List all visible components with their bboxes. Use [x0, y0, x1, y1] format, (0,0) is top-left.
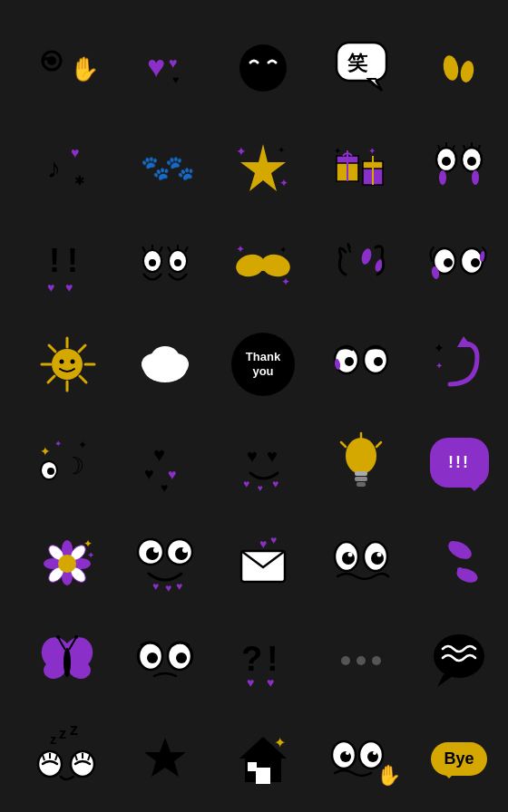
svg-rect-183 [256, 768, 270, 784]
svg-text:✦: ✦ [278, 145, 285, 155]
emoji-r8c1[interactable]: z z z [18, 710, 116, 808]
svg-point-53 [174, 259, 181, 266]
svg-rect-184 [248, 762, 257, 771]
emoji-r7c3[interactable]: ? ! ♥ ♥ [214, 611, 312, 710]
svg-text:♥: ♥ [47, 280, 54, 295]
emoji-r7c2[interactable] [116, 611, 214, 710]
svg-text:♥: ♥ [165, 582, 171, 594]
emoji-r7c1[interactable] [18, 611, 116, 710]
emoji-r5c2[interactable]: ♥ ♥ ♥ ♥ [116, 413, 214, 512]
svg-point-129 [153, 547, 159, 553]
emoji-r4c4[interactable] [312, 314, 410, 413]
emoji-r4c5[interactable]: ✦ ✦ [410, 314, 508, 413]
svg-text:z: z [70, 720, 78, 739]
svg-text:♥: ♥ [168, 467, 177, 482]
emoji-r1c2[interactable]: ♥ ♥ ♥ [116, 18, 214, 117]
emoji-r8c2[interactable] [116, 710, 214, 808]
thankyou-bubble: Thank you [231, 333, 295, 396]
svg-point-141 [347, 553, 352, 557]
emoji-r4c1[interactable] [18, 314, 116, 413]
purple-speech-bubble: !!! [430, 438, 489, 488]
svg-point-87 [345, 357, 354, 366]
svg-marker-168 [437, 674, 453, 687]
emoji-r3c1[interactable]: ! ! ♥ ♥ [18, 216, 116, 314]
svg-text:♥: ♥ [169, 55, 178, 71]
emoji-r1c4[interactable]: 笑 [312, 18, 410, 117]
svg-line-75 [49, 345, 55, 352]
svg-text:✋: ✋ [70, 54, 100, 83]
emoji-r6c1[interactable]: ✦ ✦ [18, 512, 116, 611]
emoji-r4c2[interactable] [116, 314, 214, 413]
svg-line-35 [453, 145, 454, 150]
emoji-r3c4[interactable] [312, 216, 410, 314]
svg-point-145 [444, 537, 474, 563]
svg-point-166 [372, 656, 381, 665]
emoji-r8c4[interactable]: ✋ [312, 710, 410, 808]
svg-text:!: ! [49, 242, 60, 279]
svg-text:✦: ✦ [236, 144, 247, 159]
emoji-r3c2[interactable] [116, 216, 214, 314]
svg-text:z: z [59, 726, 66, 741]
svg-point-59 [258, 260, 269, 271]
emoji-r1c3[interactable] [214, 18, 312, 117]
emoji-r6c5[interactable] [410, 512, 508, 611]
emoji-grid: ✋ ♥ ♥ ♥ [9, 9, 499, 803]
svg-text:♥: ♥ [272, 478, 278, 490]
emoji-r6c2[interactable]: ♥ ♥ ♥ [116, 512, 214, 611]
svg-text:✦: ✦ [434, 341, 444, 355]
svg-line-56 [185, 246, 188, 252]
svg-point-6 [239, 44, 287, 92]
emoji-r3c5[interactable] [410, 216, 508, 314]
svg-text:z: z [50, 732, 56, 747]
emoji-r5c3[interactable]: ♥ ♥ ♥ ♥ ♥ [214, 413, 312, 512]
emoji-r2c4[interactable]: ✦ ✦ [312, 117, 410, 216]
svg-point-155 [74, 635, 78, 639]
svg-text:♥: ♥ [153, 443, 165, 466]
svg-text:✦: ✦ [334, 146, 341, 156]
emoji-r3c3[interactable]: ✦ ✦ ✦ [214, 216, 312, 314]
emoji-r5c4[interactable] [312, 413, 410, 512]
svg-text:♥: ♥ [147, 49, 165, 83]
svg-text:✦: ✦ [236, 243, 245, 256]
svg-text:♥: ♥ [247, 446, 258, 466]
svg-text:✦: ✦ [368, 146, 376, 156]
svg-text:✦: ✦ [54, 439, 62, 449]
emoji-r2c1[interactable]: ♪ ♥ ✱ [18, 117, 116, 216]
svg-text:🐾: 🐾 [165, 153, 195, 182]
emoji-r2c3[interactable]: ✦ ✦ ✦ [214, 117, 312, 216]
emoji-r7c4[interactable] [312, 611, 410, 710]
emoji-r8c3[interactable]: ✦ [214, 710, 312, 808]
svg-text:✦: ✦ [83, 537, 93, 550]
emoji-r2c5[interactable] [410, 117, 508, 216]
svg-text:✦: ✦ [279, 177, 288, 189]
svg-text:✋: ✋ [376, 763, 402, 788]
svg-point-144 [376, 553, 381, 557]
emoji-r6c4[interactable] [312, 512, 410, 611]
svg-text:♥: ♥ [65, 280, 73, 295]
emoji-r1c1[interactable]: ✋ [18, 18, 116, 117]
svg-text:♥: ♥ [270, 534, 277, 546]
speech-text: !!! [448, 453, 470, 472]
svg-point-190 [367, 751, 378, 762]
svg-text:♥: ♥ [247, 675, 254, 690]
svg-text:♥: ♥ [259, 536, 267, 551]
svg-text:✦: ✦ [279, 245, 287, 255]
svg-text:✦: ✦ [435, 361, 443, 371]
svg-line-76 [80, 376, 86, 382]
svg-point-167 [434, 634, 484, 678]
svg-text:✱: ✱ [74, 173, 85, 188]
emoji-r6c3[interactable]: ♥ ♥ [214, 512, 312, 611]
emoji-r4c3[interactable]: Thank you [214, 314, 312, 413]
svg-text:♥: ♥ [161, 480, 168, 495]
emoji-r1c5[interactable] [410, 18, 508, 117]
emoji-r2c2[interactable]: 🐾 🐾 [116, 117, 214, 216]
svg-point-13 [459, 60, 475, 83]
emoji-r5c5[interactable]: !!! [410, 413, 508, 512]
svg-text:✦: ✦ [281, 276, 290, 288]
svg-text:☽: ☽ [64, 452, 84, 479]
emoji-r7c5[interactable] [410, 611, 508, 710]
emoji-r5c1[interactable]: ☽ ✦ ✦ ✦ [18, 413, 116, 512]
svg-point-36 [439, 170, 446, 185]
emoji-r8c5[interactable]: Bye [410, 710, 508, 808]
svg-point-85 [151, 346, 180, 372]
